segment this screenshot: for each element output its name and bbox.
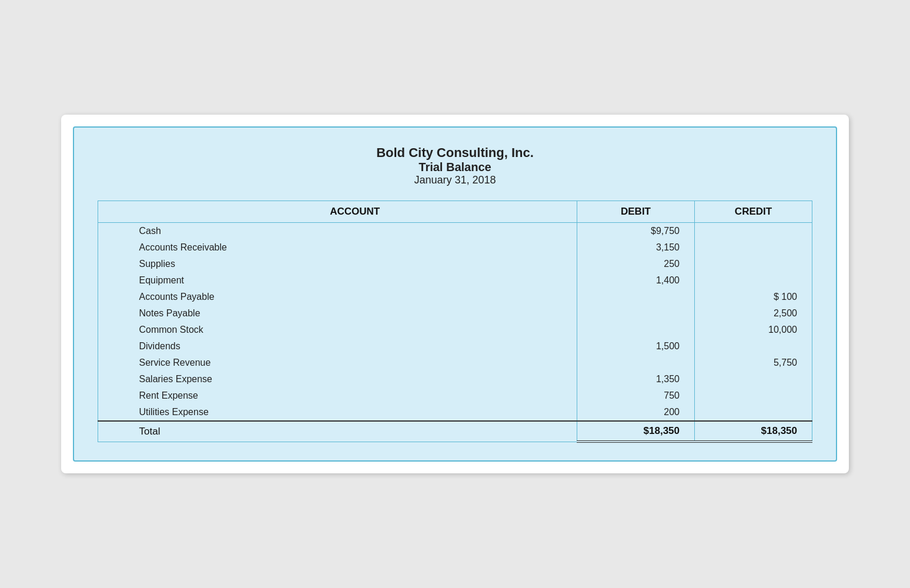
row-debit: 1,500 [577,338,695,355]
row-debit: 3,150 [577,239,695,256]
table-header-row: ACCOUNT DEBIT CREDIT [98,201,812,223]
table-row: Common Stock10,000 [98,322,812,338]
row-account: Accounts Receivable [133,239,577,256]
row-pad [98,305,133,322]
row-account: Salaries Expense [133,371,577,387]
row-pad [98,289,133,305]
header-credit: CREDIT [695,201,812,223]
header-pad [98,201,133,223]
table-row: Salaries Expense1,350 [98,371,812,387]
total-pad [98,421,133,442]
row-credit [695,338,812,355]
row-credit: 2,500 [695,305,812,322]
row-account: Equipment [133,272,577,289]
row-debit: 1,350 [577,371,695,387]
table-row: Utilities Expense200 [98,404,812,421]
trial-balance-table: ACCOUNT DEBIT CREDIT Cash$9,750Accounts … [98,201,812,443]
report-title: Trial Balance [98,161,812,174]
row-pad [98,239,133,256]
total-row: Total $18,350 $18,350 [98,421,812,442]
report-header: Bold City Consulting, Inc. Trial Balance… [98,145,812,186]
report-card: Bold City Consulting, Inc. Trial Balance… [73,126,837,462]
row-credit [695,387,812,404]
row-pad [98,404,133,421]
row-debit: 250 [577,256,695,272]
row-debit [577,289,695,305]
table-row: Accounts Payable$ 100 [98,289,812,305]
row-pad [98,338,133,355]
table-row: Notes Payable2,500 [98,305,812,322]
page-wrapper: Bold City Consulting, Inc. Trial Balance… [61,115,849,473]
row-debit: 750 [577,387,695,404]
row-account: Utilities Expense [133,404,577,421]
company-name: Bold City Consulting, Inc. [98,145,812,161]
total-debit: $18,350 [577,421,695,442]
table-row: Accounts Receivable3,150 [98,239,812,256]
header-debit: DEBIT [577,201,695,223]
row-debit: 1,400 [577,272,695,289]
row-credit: 5,750 [695,355,812,371]
total-credit: $18,350 [695,421,812,442]
row-pad [98,322,133,338]
table-row: Cash$9,750 [98,223,812,240]
row-debit [577,355,695,371]
row-account: Supplies [133,256,577,272]
row-account: Common Stock [133,322,577,338]
table-row: Service Revenue5,750 [98,355,812,371]
report-date: January 31, 2018 [98,174,812,186]
row-pad [98,387,133,404]
row-debit [577,322,695,338]
total-label: Total [133,421,577,442]
row-pad [98,272,133,289]
row-account: Service Revenue [133,355,577,371]
header-account: ACCOUNT [133,201,577,223]
table-row: Equipment1,400 [98,272,812,289]
row-credit [695,256,812,272]
row-credit [695,272,812,289]
row-account: Accounts Payable [133,289,577,305]
row-account: Dividends [133,338,577,355]
table-row: Rent Expense750 [98,387,812,404]
row-credit: $ 100 [695,289,812,305]
row-account: Notes Payable [133,305,577,322]
row-account: Cash [133,223,577,240]
row-debit: $9,750 [577,223,695,240]
row-debit [577,305,695,322]
row-pad [98,355,133,371]
row-credit: 10,000 [695,322,812,338]
row-debit: 200 [577,404,695,421]
row-credit [695,371,812,387]
row-pad [98,223,133,240]
table-row: Supplies250 [98,256,812,272]
row-credit [695,239,812,256]
row-account: Rent Expense [133,387,577,404]
row-pad [98,371,133,387]
table-row: Dividends1,500 [98,338,812,355]
row-credit [695,223,812,240]
row-pad [98,256,133,272]
row-credit [695,404,812,421]
